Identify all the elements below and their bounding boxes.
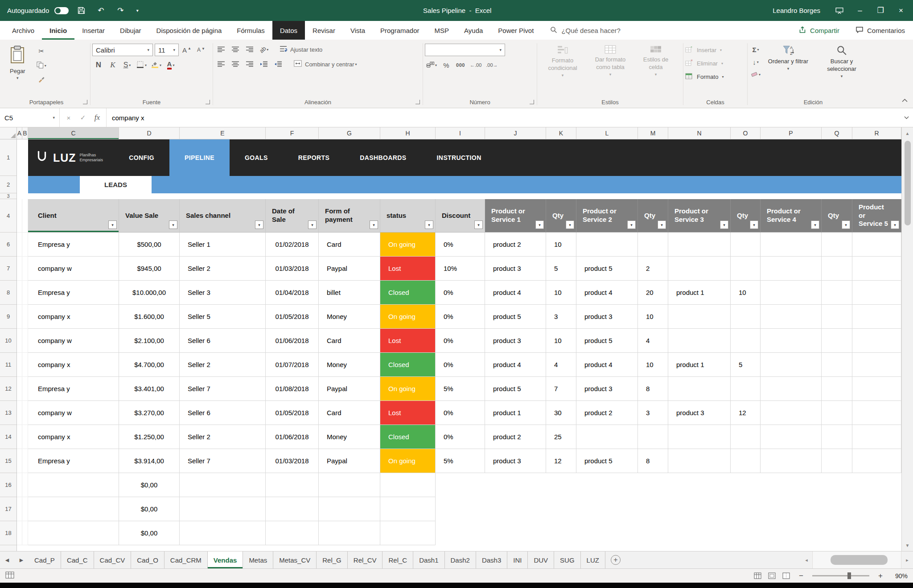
cell-A11[interactable] bbox=[17, 353, 22, 377]
cell-J9[interactable]: product 5 bbox=[485, 305, 546, 329]
row-header-6[interactable]: 6 bbox=[0, 233, 16, 257]
add-sheet-button[interactable]: + bbox=[611, 555, 621, 565]
select-all-corner[interactable] bbox=[0, 127, 17, 139]
cell-H13[interactable]: Lost bbox=[380, 401, 436, 425]
table-header-E[interactable]: Sales channel▾ bbox=[180, 199, 266, 233]
cell-Q8[interactable] bbox=[822, 281, 852, 305]
column-header-Q[interactable]: Q bbox=[822, 127, 852, 139]
cell-K7[interactable]: 5 bbox=[546, 257, 576, 281]
cell-O15[interactable] bbox=[731, 449, 761, 473]
table-header-M[interactable]: Qty▾ bbox=[638, 199, 668, 233]
cell-M13[interactable]: 3 bbox=[638, 401, 668, 425]
cell-C17[interactable] bbox=[28, 497, 119, 521]
cell-K11[interactable]: 4 bbox=[546, 353, 576, 377]
sheet-tab-dash3[interactable]: Dash3 bbox=[476, 551, 507, 568]
cell-O8[interactable]: 10 bbox=[731, 281, 761, 305]
cell-A7[interactable] bbox=[17, 257, 22, 281]
cell-B18[interactable] bbox=[22, 521, 28, 545]
table-header-Q[interactable]: Qty▾ bbox=[822, 199, 852, 233]
cell-G14[interactable]: Money bbox=[319, 425, 380, 449]
filter-dropdown-icon[interactable]: ▾ bbox=[474, 220, 483, 229]
align-bottom-button[interactable] bbox=[243, 44, 256, 55]
cell-H15[interactable]: On going bbox=[380, 449, 436, 473]
table-header-P[interactable]: Product or Service 4▾ bbox=[761, 199, 822, 233]
cell-P14[interactable] bbox=[761, 425, 822, 449]
align-right-button[interactable] bbox=[243, 58, 256, 70]
cell-O14[interactable] bbox=[731, 425, 761, 449]
cell-A16[interactable] bbox=[17, 473, 22, 497]
column-header-P[interactable]: P bbox=[761, 127, 822, 139]
table-header-I[interactable]: Discount▾ bbox=[436, 199, 485, 233]
cell-C15[interactable]: Empresa y bbox=[28, 449, 119, 473]
cell-L13[interactable]: product 2 bbox=[576, 401, 638, 425]
cell-C12[interactable]: Empresa y bbox=[28, 377, 119, 401]
cell-P6[interactable] bbox=[761, 233, 822, 257]
cell-M10[interactable]: 4 bbox=[638, 329, 668, 353]
cell-A10[interactable] bbox=[17, 329, 22, 353]
zoom-out-button[interactable]: − bbox=[797, 572, 806, 580]
nav-item-pipeline[interactable]: PIPELINE bbox=[169, 139, 230, 176]
align-center-button[interactable] bbox=[229, 58, 242, 70]
cell-Q7[interactable] bbox=[822, 257, 852, 281]
row-header-2[interactable]: 2 bbox=[0, 176, 16, 193]
cell-F18[interactable] bbox=[266, 521, 319, 545]
fill-button[interactable]: ↓▾ bbox=[749, 56, 762, 68]
cell-H14[interactable]: Closed bbox=[380, 425, 436, 449]
cell-M14[interactable] bbox=[638, 425, 668, 449]
cell-D13[interactable]: $3.270,00 bbox=[119, 401, 180, 425]
table-header-J[interactable]: Product or Service 1▾ bbox=[485, 199, 546, 233]
cell-B12[interactable] bbox=[22, 377, 28, 401]
cell-G11[interactable]: Money bbox=[319, 353, 380, 377]
sort-filter-button[interactable]: AZ Ordenar y filtrar ▾ bbox=[762, 44, 814, 73]
cell-I6[interactable]: 0% bbox=[436, 233, 485, 257]
zoom-level[interactable]: 90% bbox=[892, 572, 908, 580]
autosave-toggle[interactable] bbox=[54, 7, 69, 14]
clipboard-dialog-launcher-icon[interactable] bbox=[83, 100, 87, 104]
cell-R9[interactable] bbox=[852, 305, 901, 329]
cell-R12[interactable] bbox=[852, 377, 901, 401]
cell-J11[interactable]: product 4 bbox=[485, 353, 546, 377]
row-header-7[interactable]: 7 bbox=[0, 257, 16, 281]
formula-input[interactable]: company x bbox=[107, 108, 900, 127]
column-header-M[interactable]: M bbox=[638, 127, 668, 139]
row-header-14[interactable]: 14 bbox=[0, 425, 16, 449]
zoom-slider-thumb[interactable] bbox=[847, 572, 851, 579]
cell-L9[interactable]: product 3 bbox=[576, 305, 638, 329]
filter-dropdown-icon[interactable]: ▾ bbox=[370, 220, 378, 229]
cell-styles-button[interactable]: Estilos de celda ▾ bbox=[634, 44, 677, 78]
cell-B2[interactable] bbox=[22, 176, 28, 193]
cell-N6[interactable] bbox=[668, 233, 731, 257]
cell-A1[interactable] bbox=[17, 139, 22, 176]
decrease-decimal-button[interactable]: .00→ bbox=[485, 59, 499, 71]
column-header-C[interactable]: C bbox=[28, 127, 119, 139]
cell-N15[interactable] bbox=[668, 449, 731, 473]
filter-dropdown-icon[interactable]: ▾ bbox=[627, 220, 636, 229]
cell-F9[interactable]: 01/05/2018 bbox=[266, 305, 319, 329]
column-header-J[interactable]: J bbox=[485, 127, 546, 139]
comments-button[interactable]: Comentarios bbox=[847, 21, 913, 40]
sheet-tab-cad-crm[interactable]: Cad_CRM bbox=[165, 551, 208, 568]
table-header-L[interactable]: Product or Service 2▾ bbox=[576, 199, 638, 233]
cell-Q11[interactable] bbox=[822, 353, 852, 377]
row-header-9[interactable]: 9 bbox=[0, 305, 16, 329]
cell-B7[interactable] bbox=[22, 257, 28, 281]
cell-B15[interactable] bbox=[22, 449, 28, 473]
sheet-tab-luz[interactable]: LUZ bbox=[581, 551, 605, 568]
cell-C10[interactable]: company w bbox=[28, 329, 119, 353]
sheet-tab-rel-c[interactable]: Rel_C bbox=[382, 551, 413, 568]
insert-cells-button[interactable]: Insertar ▾ bbox=[685, 44, 722, 56]
cell-I12[interactable]: 5% bbox=[436, 377, 485, 401]
sheet-tab-vendas[interactable]: Vendas bbox=[208, 551, 243, 568]
ribbon-tab-revisar[interactable]: Revisar bbox=[305, 21, 343, 40]
filter-dropdown-icon[interactable]: ▾ bbox=[891, 220, 899, 229]
cell-B13[interactable] bbox=[22, 401, 28, 425]
format-as-table-button[interactable]: Dar formato como tabla ▾ bbox=[586, 44, 634, 78]
decrease-font-button[interactable]: A▼ bbox=[195, 44, 207, 56]
cell-D8[interactable]: $10.000,00 bbox=[119, 281, 180, 305]
ribbon-tab-vista[interactable]: Vista bbox=[343, 21, 373, 40]
cell-J7[interactable]: product 3 bbox=[485, 257, 546, 281]
cell-F10[interactable]: 01/06/2018 bbox=[266, 329, 319, 353]
cell-K15[interactable]: 12 bbox=[546, 449, 576, 473]
cell-A6[interactable] bbox=[17, 233, 22, 257]
cell-I11[interactable]: 0% bbox=[436, 353, 485, 377]
